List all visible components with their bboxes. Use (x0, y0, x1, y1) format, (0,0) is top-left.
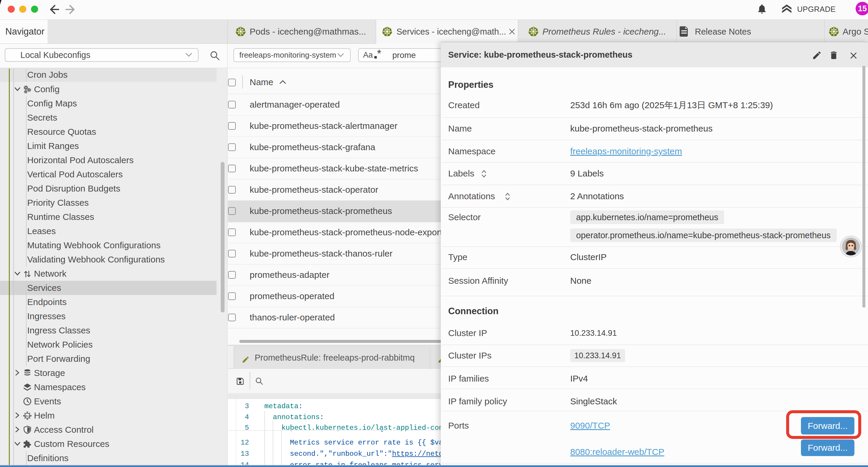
svg-text:HELM: HELM (24, 415, 31, 417)
